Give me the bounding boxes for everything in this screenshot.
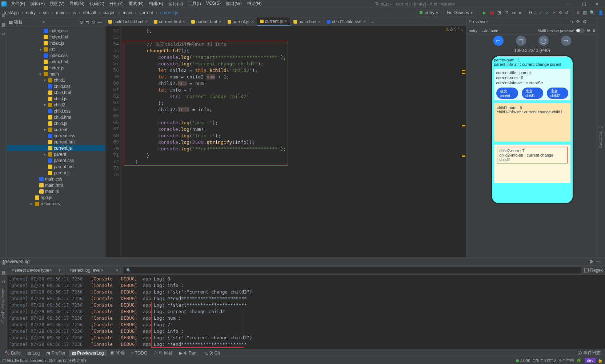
vcs-commit-icon[interactable]: ↙ bbox=[545, 10, 549, 15]
tree-file[interactable]: child.hml bbox=[7, 114, 105, 120]
menu-item[interactable]: 构建(B) bbox=[147, 0, 165, 8]
device-tv-icon[interactable]: ▭ bbox=[561, 36, 571, 46]
multi-device-toggle[interactable] bbox=[576, 28, 585, 33]
tree-file[interactable]: parent.js bbox=[7, 170, 105, 176]
toolwindow-button[interactable]: ⚠ 6: 问题 bbox=[151, 349, 176, 357]
coverage-icon[interactable]: ⬔ bbox=[497, 10, 501, 15]
close-tab-icon[interactable]: ✕ bbox=[251, 20, 254, 24]
font-icon[interactable]: Tт bbox=[567, 19, 575, 24]
sync-icon[interactable]: ⤋ bbox=[576, 10, 580, 15]
error-stripe[interactable] bbox=[461, 26, 466, 257]
close-button[interactable]: ✕ bbox=[593, 1, 601, 7]
vcs-push-icon[interactable]: ↗ bbox=[552, 10, 556, 15]
vcs-revert-icon[interactable]: ↺ bbox=[565, 10, 569, 15]
tree-file[interactable]: index.js bbox=[7, 40, 105, 46]
tree-file[interactable]: main.hml bbox=[7, 182, 105, 188]
tree-file[interactable]: current.js bbox=[7, 145, 105, 151]
tree-file[interactable]: child.css bbox=[7, 83, 105, 89]
toolwindow-button[interactable]: ▤ PreviewerLog bbox=[69, 350, 107, 356]
breadcrumb-item[interactable]: current bbox=[138, 9, 154, 16]
tree-file[interactable]: index.css bbox=[7, 28, 105, 34]
run-icon[interactable]: ▶ bbox=[483, 10, 486, 15]
gear-icon[interactable]: ⚙ bbox=[588, 259, 595, 264]
hide-icon[interactable]: — bbox=[595, 259, 602, 264]
line-sep[interactable]: CRLF bbox=[533, 359, 543, 363]
menu-item[interactable]: 视图(V) bbox=[48, 0, 67, 8]
tree-folder[interactable]: list bbox=[7, 46, 105, 52]
tree-file[interactable]: child.js bbox=[7, 120, 105, 126]
tree-folder[interactable]: child2 bbox=[7, 102, 105, 108]
side-tab[interactable]: 3: Previewer bbox=[598, 17, 604, 257]
toolwindow-button[interactable]: 🔨 Build bbox=[1, 350, 24, 356]
git-branch[interactable]: 🌿 dev bbox=[576, 358, 596, 363]
device-type-combo[interactable]: <select device type> bbox=[9, 267, 63, 274]
menu-item[interactable]: 代码(C) bbox=[87, 0, 107, 8]
refresh-icon[interactable]: ⟳ bbox=[575, 19, 581, 24]
breadcrumb-item[interactable]: default bbox=[82, 9, 98, 16]
avatar-icon[interactable]: 👤 bbox=[598, 10, 604, 15]
editor-tab[interactable]: current.js✕ bbox=[257, 17, 291, 26]
tree-file[interactable]: current.css bbox=[7, 133, 105, 139]
attach-icon[interactable]: ⫘ bbox=[512, 10, 516, 15]
select-file-icon[interactable]: ⊙ bbox=[79, 20, 84, 25]
tree-file[interactable]: app.js bbox=[7, 194, 105, 201]
menu-item[interactable]: 导航(N) bbox=[67, 0, 87, 8]
preview-button[interactable]: 改变child1 bbox=[522, 88, 543, 99]
preview-button[interactable]: 改变child2 bbox=[547, 88, 568, 99]
side-tab[interactable]: 2: 收藏 bbox=[0, 276, 6, 286]
toolwindow-button[interactable]: ⌥ 9: Git bbox=[200, 350, 223, 356]
stop-icon[interactable]: ■ bbox=[519, 10, 521, 15]
log-level-combo[interactable]: <select log level> bbox=[66, 267, 121, 274]
menu-item[interactable]: 运行(U) bbox=[166, 0, 185, 8]
breadcrumb-item[interactable]: main bbox=[55, 9, 67, 16]
inspection-badge[interactable]: ⚠ 9 ^ ⌄ bbox=[445, 27, 464, 32]
indent[interactable]: 4 个空格 bbox=[559, 358, 574, 363]
side-tab[interactable]: 0: 提交到楼层 bbox=[0, 28, 6, 38]
project-tree[interactable]: index.cssindex.hmlindex.jslistindex.cssi… bbox=[7, 27, 105, 257]
tree-file[interactable]: child.css bbox=[7, 108, 105, 114]
tree-file[interactable]: main.css bbox=[7, 176, 105, 182]
profile-icon[interactable]: ⏱ bbox=[504, 10, 509, 15]
hide-icon[interactable]: — bbox=[588, 19, 596, 24]
zoom-out-icon[interactable]: ⊖ bbox=[587, 28, 590, 33]
tree-folder[interactable]: parent bbox=[7, 151, 105, 157]
preview-button[interactable]: 改变parent bbox=[496, 88, 518, 99]
breadcrumb-item[interactable]: src bbox=[41, 9, 50, 16]
structure-icon[interactable]: ▦ bbox=[583, 10, 587, 15]
tree-folder[interactable]: main bbox=[7, 71, 105, 77]
breadcrumb-item[interactable]: main bbox=[121, 9, 133, 16]
debug-icon[interactable]: 🐞 bbox=[489, 10, 494, 15]
tree-file[interactable]: current.hml bbox=[7, 139, 105, 145]
search-icon[interactable]: 🔍 bbox=[590, 10, 595, 15]
close-tab-icon[interactable]: ✕ bbox=[145, 20, 148, 24]
hide-icon[interactable]: — bbox=[96, 20, 103, 25]
tree-folder[interactable]: current bbox=[7, 126, 105, 133]
menu-item[interactable]: 重构(R) bbox=[127, 0, 146, 8]
toolwindow-button[interactable]: ≡ TODO bbox=[128, 350, 151, 356]
close-tab-icon[interactable]: ✕ bbox=[318, 20, 321, 24]
run-config-select[interactable]: entry▾ bbox=[416, 9, 441, 16]
vcs-update-icon[interactable]: ✓ bbox=[539, 10, 542, 15]
breadcrumb-item[interactable]: pages bbox=[102, 9, 117, 16]
editor-tab[interactable]: parent.js✕ bbox=[225, 17, 257, 26]
gear-icon[interactable]: ⚙ bbox=[581, 19, 588, 24]
breadcrumb-item[interactable]: current.js bbox=[159, 9, 180, 16]
device-tablet-icon[interactable]: ⬚ bbox=[516, 36, 526, 46]
menu-item[interactable]: 窗口(W) bbox=[224, 0, 244, 8]
menu-item[interactable]: 文件(F) bbox=[9, 0, 27, 8]
tree-file[interactable]: index.hml bbox=[7, 58, 105, 65]
editor-tab[interactable]: child1\child.css✕ bbox=[324, 17, 369, 26]
device-select[interactable]: No Devices▾ bbox=[444, 9, 476, 16]
menu-item[interactable]: 帮助(H) bbox=[245, 0, 264, 8]
gear-icon[interactable]: ⚙ bbox=[90, 20, 96, 25]
toolwindow-button[interactable]: ⬔ Profiler bbox=[43, 350, 68, 356]
tree-file[interactable]: parent.css bbox=[7, 157, 105, 163]
menu-item[interactable]: 编辑(E) bbox=[28, 0, 47, 8]
breadcrumb-item[interactable]: TestApp bbox=[1, 9, 20, 16]
tree-file[interactable]: child.js bbox=[7, 96, 105, 102]
tree-file[interactable]: index.hml bbox=[7, 34, 105, 40]
vcs-history-icon[interactable]: ⟲ bbox=[558, 10, 562, 15]
device-wear-icon[interactable]: ◯ bbox=[538, 36, 549, 46]
expand-icon[interactable]: ⇆ bbox=[84, 20, 90, 25]
zoom-in-icon[interactable]: ⊕ bbox=[592, 28, 596, 33]
